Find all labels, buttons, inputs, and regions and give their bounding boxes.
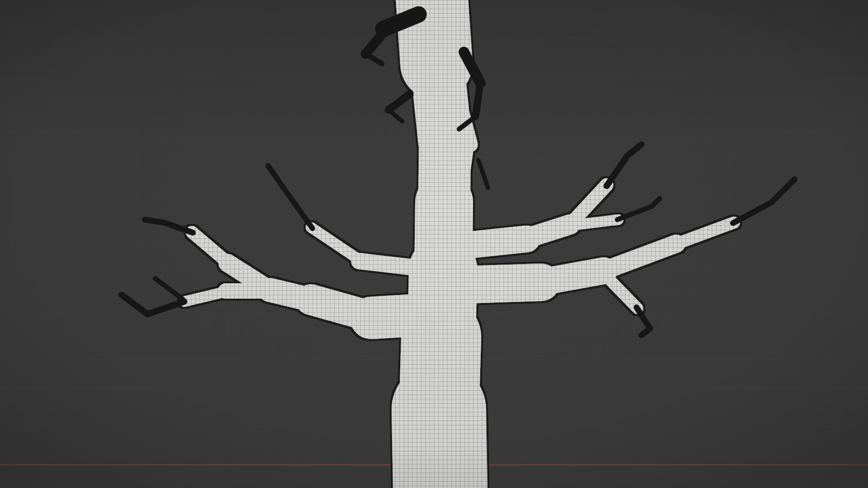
viewport-canvas bbox=[0, 0, 868, 488]
3d-viewport[interactable] bbox=[0, 0, 868, 488]
vignette-overlay bbox=[0, 0, 868, 488]
